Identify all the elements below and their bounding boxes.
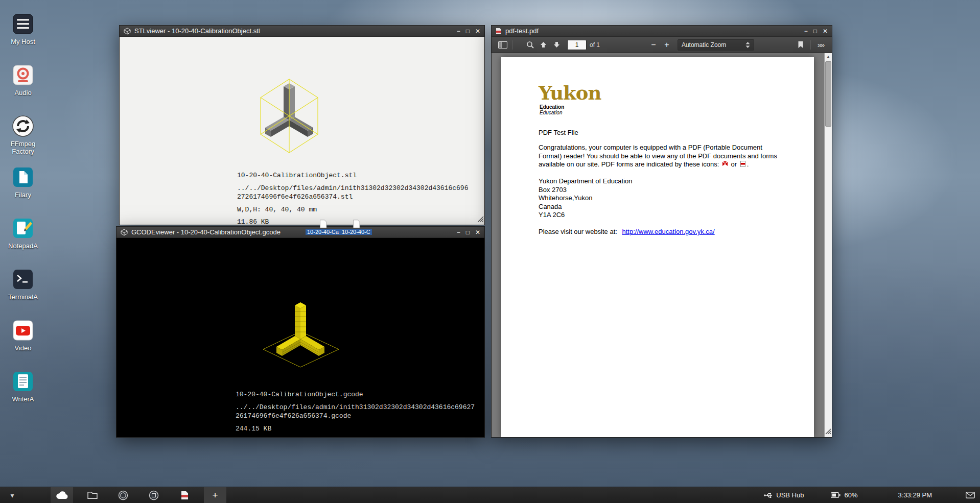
website-label: Please visit our website at: bbox=[539, 228, 617, 235]
find-button[interactable] bbox=[523, 39, 536, 51]
desktop-icon-label: TerminalA bbox=[8, 294, 38, 301]
previous-page-button[interactable] bbox=[536, 39, 550, 51]
taskbar-files-button[interactable] bbox=[51, 487, 73, 503]
resize-grip[interactable] bbox=[477, 215, 484, 224]
writer-icon bbox=[11, 370, 35, 393]
battery-icon bbox=[831, 492, 841, 498]
gcode-window-titlebar[interactable]: GCODEviewer - 10-20-40-CalibrationObject… bbox=[116, 227, 484, 238]
desktop-icon-my-host[interactable]: My Host bbox=[4, 12, 42, 46]
taskbar-pdfviewer-button[interactable] bbox=[173, 487, 196, 503]
video-icon bbox=[11, 319, 35, 342]
taskbar-new-button[interactable]: + bbox=[204, 487, 226, 503]
notepad-icon bbox=[11, 217, 35, 240]
pdf-doc-paragraph: Congratulations, your computer is equipp… bbox=[539, 143, 780, 169]
pdf-page: Yukon Education Éducation PDF Test File … bbox=[501, 57, 814, 437]
search-icon bbox=[526, 41, 534, 49]
close-button[interactable]: ✕ bbox=[475, 26, 480, 36]
gcodeviewer-app-icon bbox=[149, 490, 159, 500]
zoom-out-button[interactable]: − bbox=[647, 39, 660, 51]
stl-filepath-line1: ../../Desktop/files/admin/inith31302d323… bbox=[237, 184, 468, 193]
minimize-button[interactable]: − bbox=[457, 227, 460, 237]
battery-tray-item[interactable]: 60% bbox=[831, 491, 857, 499]
stl-3d-viewport[interactable]: 10-20-40-CalibrationObject.stl ../../Des… bbox=[120, 37, 484, 225]
pdf-doc-address: Yukon Department of Education Box 2703 W… bbox=[539, 177, 780, 220]
address-line: Yukon Department of Education bbox=[539, 177, 780, 186]
system-tray: USB Hub 60% 3:33:29 PM bbox=[764, 491, 980, 499]
mail-icon[interactable] bbox=[966, 492, 975, 498]
taskbar-menu-caret[interactable]: ▾ bbox=[7, 491, 17, 499]
pdf-window-title: pdf-test.pdf bbox=[505, 27, 801, 35]
scroll-up-arrow[interactable]: ▲ bbox=[825, 53, 832, 60]
next-page-button[interactable] bbox=[550, 39, 563, 51]
desktop-icon-label: WriterA bbox=[12, 396, 34, 403]
close-button[interactable]: ✕ bbox=[475, 227, 480, 237]
terminal-icon bbox=[11, 268, 35, 291]
desktop-icon-writera[interactable]: WriterA bbox=[4, 370, 42, 403]
file-page-icon bbox=[348, 220, 364, 228]
desktop-icon-label: NotepadA bbox=[8, 243, 38, 250]
stl-file-info: 10-20-40-CalibrationObject.stl ../../Des… bbox=[237, 172, 468, 225]
file-icon[interactable]: 10-20-40-Ca bbox=[306, 220, 340, 235]
pdf-window-titlebar[interactable]: pdf-test.pdf − □ ✕ bbox=[492, 26, 832, 37]
plus-icon: + bbox=[212, 488, 218, 503]
maximize-button[interactable]: □ bbox=[813, 26, 817, 36]
address-line: Box 2703 bbox=[539, 186, 780, 195]
stl-app-icon bbox=[124, 28, 131, 35]
desktop-icon-filary[interactable]: Filary bbox=[4, 165, 42, 199]
file-icon-label: 10-20-40-Ca bbox=[306, 229, 340, 235]
minimize-button[interactable]: − bbox=[457, 26, 460, 36]
taskbar-stlviewer-button[interactable] bbox=[112, 487, 134, 503]
gcode-filesize: 244.15 KB bbox=[236, 425, 475, 433]
zoom-in-icon: + bbox=[664, 40, 669, 50]
bookmark-button[interactable] bbox=[794, 39, 807, 51]
address-line: Canada bbox=[539, 203, 780, 211]
gcode-filepath-line1: ../../Desktop/files/admin/inith31302d323… bbox=[236, 403, 475, 412]
clock: 3:33:29 PM bbox=[898, 491, 932, 499]
zoom-select-label: Automatic Zoom bbox=[682, 41, 726, 49]
minimize-button[interactable]: − bbox=[804, 26, 808, 36]
desktop-icon-notepada[interactable]: NotepadA bbox=[4, 217, 42, 250]
pdf-form-icon bbox=[740, 161, 746, 167]
maximize-button[interactable]: □ bbox=[466, 227, 470, 237]
yukon-logo: Yukon Education Éducation bbox=[539, 84, 780, 115]
stl-window-title: STLviewer - 10-20-40-CalibrationObject.s… bbox=[134, 27, 453, 35]
toolbar-separator bbox=[810, 40, 811, 50]
file-page-icon bbox=[315, 220, 331, 228]
website-link[interactable]: http://www.education.gov.yk.ca/ bbox=[622, 228, 715, 235]
desktop-icon-label: Filary bbox=[15, 191, 31, 199]
desktop-icon-ffmpeg-factory[interactable]: FFmpeg Factory bbox=[4, 114, 42, 155]
stl-dimensions: W,D,H: 40, 40, 40 mm bbox=[237, 206, 468, 213]
file-icon-label: 10-20-40-C bbox=[340, 229, 372, 235]
desktop-icon-video[interactable]: Video bbox=[4, 319, 42, 352]
desktop-icon-audio[interactable]: Audio bbox=[4, 63, 42, 97]
taskbar-gcodeviewer-button[interactable] bbox=[143, 487, 165, 503]
usb-hub-tray-item[interactable]: USB Hub bbox=[764, 491, 804, 499]
maximize-button[interactable]: □ bbox=[466, 26, 470, 36]
ffmpeg-icon bbox=[11, 114, 35, 138]
yukon-logo-text: Yukon bbox=[539, 84, 780, 103]
sidebar-toggle-button[interactable] bbox=[496, 39, 509, 51]
sidebar-toggle-icon bbox=[498, 41, 507, 49]
filary-icon bbox=[11, 165, 35, 189]
zoom-select[interactable]: Automatic Zoom bbox=[678, 39, 754, 51]
desktop-icon-label: FFmpeg Factory bbox=[4, 140, 42, 155]
arrow-up-icon bbox=[540, 41, 547, 48]
acrobat-icon bbox=[722, 161, 728, 167]
zoom-in-button[interactable]: + bbox=[660, 39, 673, 51]
close-button[interactable]: ✕ bbox=[823, 26, 828, 36]
scrollbar-thumb[interactable] bbox=[825, 61, 831, 127]
gcode-file-info: 10-20-40-CalibrationObject.gcode ../../D… bbox=[236, 391, 475, 433]
scrollbar-track[interactable]: ▲ bbox=[824, 53, 832, 437]
page-number-input[interactable] bbox=[567, 40, 587, 50]
address-line: Whitehorse,Yukon bbox=[539, 194, 780, 203]
file-icon[interactable]: 10-20-40-C bbox=[340, 220, 372, 235]
toolbar-overflow-button[interactable]: »» bbox=[814, 39, 827, 51]
resize-grip[interactable] bbox=[824, 427, 831, 437]
gcode-viewer-window: GCODEviewer - 10-20-40-CalibrationObject… bbox=[116, 226, 485, 438]
gcode-3d-viewport[interactable]: 10-20-40-CalibrationObject.gcode ../../D… bbox=[116, 238, 484, 437]
desktop-icon-terminala[interactable]: TerminalA bbox=[4, 268, 42, 301]
stl-window-titlebar[interactable]: STLviewer - 10-20-40-CalibrationObject.s… bbox=[120, 26, 484, 37]
taskbar-file-manager-button[interactable] bbox=[81, 487, 104, 503]
desktop-icon-label: My Host bbox=[11, 38, 35, 46]
taskbar: ▾ + USB Hub 60% 3:33:29 PM bbox=[0, 487, 980, 503]
